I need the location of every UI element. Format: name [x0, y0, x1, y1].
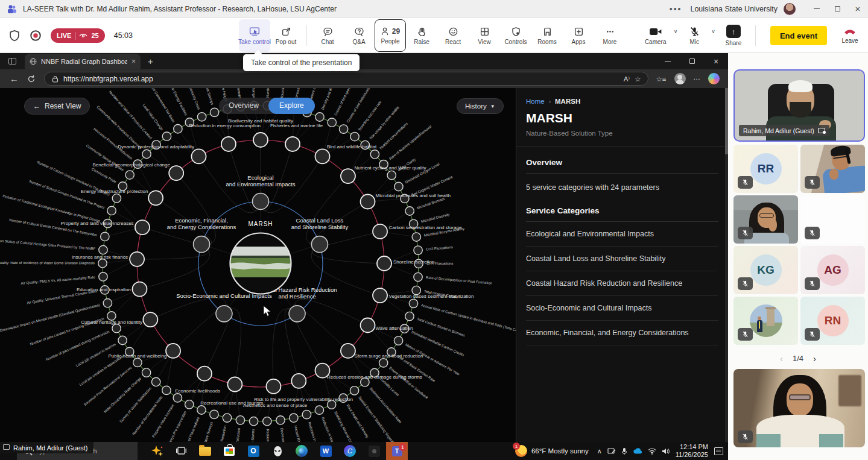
category-node[interactable] [194, 236, 210, 253]
user-avatar[interactable] [784, 3, 796, 15]
parameter-node[interactable] [253, 133, 268, 147]
outer-node[interactable] [103, 299, 112, 307]
outer-node[interactable] [112, 194, 121, 203]
camera-button[interactable]: Camera [642, 19, 669, 52]
reset-view-button[interactable]: ← Reset View [24, 98, 90, 115]
outer-node[interactable] [236, 416, 244, 424]
outer-node[interactable] [101, 232, 109, 241]
outer-node[interactable] [315, 406, 323, 414]
chat-button[interactable]: Chat [312, 19, 343, 52]
mic-button[interactable]: Mic [682, 19, 706, 52]
participant-tile[interactable]: RN [800, 297, 865, 345]
outer-node[interactable] [263, 417, 271, 426]
people-button[interactable]: 29 People [375, 19, 406, 52]
outer-node[interactable] [197, 113, 206, 121]
view-button[interactable]: View [469, 19, 500, 52]
outer-node[interactable] [394, 182, 403, 191]
app-icon[interactable] [362, 442, 386, 460]
outer-node[interactable] [210, 410, 218, 418]
breadcrumb-home-link[interactable]: Home [526, 98, 545, 105]
spotlight-video[interactable]: Rahim, Md Adilur (Guest) [733, 69, 865, 142]
minimize-button[interactable] [806, 0, 827, 17]
taskbar-clock[interactable]: 12:14 PM 11/26/2025 [676, 443, 708, 459]
participant-tile[interactable] [733, 297, 798, 345]
shield-icon[interactable] [8, 30, 21, 42]
raise-hand-button[interactable]: Raise [406, 19, 437, 52]
category-list-item[interactable]: Coastal Land Loss and Shoreline Stabilit… [526, 247, 718, 271]
pager-next-icon[interactable]: › [813, 353, 816, 364]
category-list-item[interactable]: Socio-Economic and Cultural Impacts [526, 296, 718, 321]
parameter-node[interactable] [192, 149, 206, 163]
outer-node[interactable] [249, 417, 258, 426]
outer-node[interactable] [142, 150, 151, 158]
parameter-node[interactable] [197, 367, 212, 381]
refresh-icon[interactable] [27, 75, 36, 83]
parameter-node[interactable] [135, 220, 150, 235]
alienware-icon[interactable] [265, 442, 290, 460]
parameter-node[interactable] [291, 374, 306, 388]
parameter-node[interactable] [315, 149, 330, 163]
outer-node[interactable] [185, 400, 194, 409]
titlebar-more-icon[interactable]: ••• [670, 4, 682, 14]
parameter-node[interactable] [373, 288, 387, 303]
outer-node[interactable] [99, 245, 107, 254]
word-icon[interactable]: W [314, 442, 338, 460]
outer-node[interactable] [197, 406, 206, 414]
search-highlights-icon[interactable] [145, 442, 169, 460]
browser-profile-avatar[interactable] [674, 73, 686, 84]
outer-node[interactable] [99, 273, 107, 281]
category-node[interactable] [253, 194, 269, 210]
outer-node[interactable] [350, 132, 359, 140]
teams-taskbar-icon[interactable]: T 1 [386, 442, 408, 460]
canva-icon[interactable]: C [338, 442, 362, 460]
favorites-bar-icon[interactable]: ☆≡ [656, 75, 666, 83]
parameter-node[interactable] [285, 137, 300, 151]
category-list-item[interactable]: Coastal Hazard Risk Reduction and Resili… [526, 271, 718, 296]
outer-node[interactable] [405, 312, 414, 320]
bottom-participant-video[interactable] [733, 369, 865, 447]
tab-close-icon[interactable]: × [131, 57, 136, 66]
outer-node[interactable] [210, 108, 218, 116]
system-tray[interactable]: ∧ [597, 447, 670, 455]
copilot-icon[interactable] [708, 73, 720, 84]
parameter-node[interactable] [361, 195, 375, 209]
wifi-icon[interactable] [648, 448, 656, 455]
pager-prev-icon[interactable]: ‹ [780, 353, 783, 364]
outer-node[interactable] [133, 358, 142, 367]
new-tab-button[interactable]: + [148, 56, 153, 66]
participant-tile[interactable] [800, 145, 865, 193]
end-event-button[interactable]: End event [770, 26, 827, 45]
outer-node[interactable] [276, 416, 285, 424]
parameter-node[interactable] [373, 224, 387, 239]
more-button[interactable]: More [594, 19, 626, 52]
restore-button[interactable] [827, 0, 847, 17]
outer-node[interactable] [409, 299, 417, 307]
outer-node[interactable] [118, 336, 127, 344]
parameter-node[interactable] [361, 318, 375, 333]
parameter-node[interactable] [377, 256, 391, 271]
outer-node[interactable] [387, 171, 396, 179]
browser-close-button[interactable]: × [704, 53, 728, 69]
category-node[interactable] [216, 306, 232, 322]
overview-mode-button[interactable]: Overview [219, 98, 268, 114]
qa-button[interactable]: Q&A [343, 19, 375, 52]
outer-node[interactable] [223, 414, 231, 422]
explore-mode-button[interactable]: Explore [268, 98, 315, 114]
parameter-node[interactable] [341, 344, 355, 358]
microsoft-store-icon[interactable] [217, 442, 241, 460]
outer-node[interactable] [302, 410, 311, 418]
leave-button[interactable]: Leave [837, 19, 863, 52]
mic-options-chevron-icon[interactable]: ∨ [710, 28, 717, 34]
outer-node[interactable] [414, 246, 422, 254]
radial-graph[interactable]: Numbers of fish speciesAbundance of fish… [0, 88, 516, 442]
outer-node[interactable] [414, 273, 422, 281]
close-button[interactable]: × [847, 0, 868, 17]
participant-tile[interactable] [733, 195, 798, 244]
onedrive-icon[interactable] [633, 448, 642, 455]
outer-node[interactable] [412, 233, 420, 241]
outer-node[interactable] [162, 132, 171, 140]
outer-node[interactable] [98, 259, 107, 267]
outer-node[interactable] [112, 324, 121, 332]
react-button[interactable]: React [437, 19, 469, 52]
parameter-node[interactable] [221, 137, 236, 151]
